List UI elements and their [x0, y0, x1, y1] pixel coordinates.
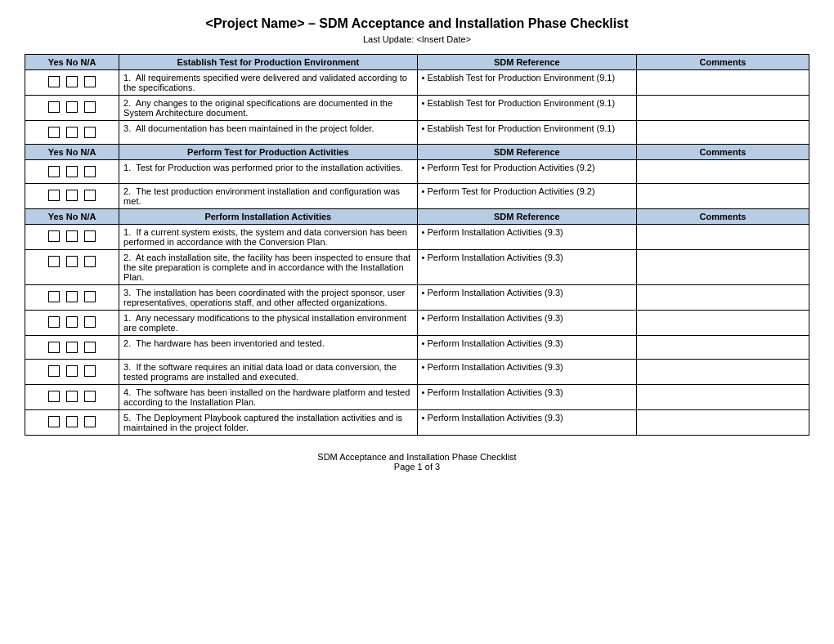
- na-checkbox[interactable]: [84, 256, 96, 267]
- sdm-ref: Perform Installation Activities (9.3): [417, 285, 637, 311]
- no-checkbox[interactable]: [66, 316, 78, 328]
- sdm-ref: Perform Installation Activities (9.3): [417, 385, 637, 410]
- checkbox-cell: [25, 225, 119, 250]
- task-desc: 3. The installation has been coordinated…: [119, 285, 417, 311]
- comments-cell: [637, 285, 809, 311]
- table-row: 5. The Deployment Playbook captured the …: [25, 410, 809, 436]
- no-checkbox[interactable]: [66, 166, 78, 177]
- na-checkbox[interactable]: [84, 127, 96, 138]
- yes-checkbox[interactable]: [48, 256, 60, 267]
- page-title: <Project Name> – SDM Acceptance and Inst…: [25, 16, 809, 31]
- checkbox-cell: [25, 385, 119, 410]
- checkbox-cell: [25, 250, 119, 285]
- footer-line2: Page 1 of 3: [25, 462, 809, 472]
- col-sdm-header: SDM Reference: [417, 55, 637, 70]
- comments-cell: [637, 70, 809, 96]
- yes-checkbox[interactable]: [48, 76, 60, 87]
- no-checkbox[interactable]: [66, 190, 78, 201]
- checkbox-cell: [25, 184, 119, 209]
- comments-cell: [637, 385, 809, 410]
- comments-cell: [637, 360, 809, 385]
- table-row: 3. If the software requires an initial d…: [25, 360, 809, 385]
- yes-checkbox[interactable]: [48, 166, 60, 177]
- checkbox-cell: [25, 160, 119, 184]
- table-row: 1. Test for Production was performed pri…: [25, 160, 809, 184]
- yes-checkbox[interactable]: [48, 127, 60, 138]
- yes-checkbox[interactable]: [48, 230, 60, 242]
- table-row: 4. The software has been installed on th…: [25, 385, 809, 410]
- task-desc: 1. Any necessary modifications to the ph…: [119, 311, 417, 336]
- na-checkbox[interactable]: [84, 76, 96, 87]
- task-desc: 2. The test production environment insta…: [119, 184, 417, 209]
- table-row: 1. If a current system exists, the syste…: [25, 225, 809, 250]
- no-checkbox[interactable]: [66, 127, 78, 138]
- checkbox-cell: [25, 311, 119, 336]
- checkbox-cell: [25, 96, 119, 121]
- section3-yes-no-na: Yes No N/A: [25, 209, 119, 225]
- yes-checkbox[interactable]: [48, 190, 60, 201]
- yes-checkbox[interactable]: [48, 291, 60, 302]
- no-checkbox[interactable]: [66, 76, 78, 87]
- checkbox-cell: [25, 70, 119, 96]
- task-desc: 2. The hardware has been inventoried and…: [119, 336, 417, 360]
- task-desc: 5. The Deployment Playbook captured the …: [119, 410, 417, 436]
- table-row: 1. Any necessary modifications to the ph…: [25, 311, 809, 336]
- checkbox-cell: [25, 285, 119, 311]
- task-desc: 2. Any changes to the original specifica…: [119, 96, 417, 121]
- section2-yes-no-na: Yes No N/A: [25, 145, 119, 160]
- na-checkbox[interactable]: [84, 365, 96, 377]
- na-checkbox[interactable]: [84, 230, 96, 242]
- task-desc: 1. If a current system exists, the syste…: [119, 225, 417, 250]
- checkbox-cell: [25, 360, 119, 385]
- no-checkbox[interactable]: [66, 391, 78, 402]
- table-row: 2. At each installation site, the facili…: [25, 250, 809, 285]
- task-desc: 1. All requirements specified were deliv…: [119, 70, 417, 96]
- page-subtitle: Last Update: <Insert Date>: [25, 34, 809, 44]
- table-row: 2. The test production environment insta…: [25, 184, 809, 209]
- section2-header-row: Yes No N/A Perform Test for Production A…: [25, 145, 809, 160]
- comments-cell: [637, 311, 809, 336]
- table-row: 2. Any changes to the original specifica…: [25, 96, 809, 121]
- no-checkbox[interactable]: [66, 365, 78, 377]
- section3-title: Perform Installation Activities: [119, 209, 417, 225]
- na-checkbox[interactable]: [84, 342, 96, 353]
- comments-cell: [637, 121, 809, 145]
- section3-header-row: Yes No N/A Perform Installation Activiti…: [25, 209, 809, 225]
- table-row: 1. All requirements specified were deliv…: [25, 70, 809, 96]
- sdm-ref: Establish Test for Production Environmen…: [417, 96, 637, 121]
- yes-checkbox[interactable]: [48, 365, 60, 377]
- table-header-row: Yes No N/A Establish Test for Production…: [25, 55, 809, 70]
- na-checkbox[interactable]: [84, 190, 96, 201]
- no-checkbox[interactable]: [66, 342, 78, 353]
- na-checkbox[interactable]: [84, 316, 96, 328]
- task-desc: 2. At each installation site, the facili…: [119, 250, 417, 285]
- col-comments-header: Comments: [637, 55, 809, 70]
- yes-checkbox[interactable]: [48, 416, 60, 427]
- no-checkbox[interactable]: [66, 256, 78, 267]
- no-checkbox[interactable]: [66, 416, 78, 427]
- sdm-ref: Perform Installation Activities (9.3): [417, 225, 637, 250]
- sdm-ref: Perform Installation Activities (9.3): [417, 410, 637, 436]
- comments-cell: [637, 184, 809, 209]
- yes-checkbox[interactable]: [48, 342, 60, 353]
- yes-checkbox[interactable]: [48, 391, 60, 402]
- checklist-table: Yes No N/A Establish Test for Production…: [25, 54, 809, 436]
- checkbox-cell: [25, 410, 119, 436]
- na-checkbox[interactable]: [84, 291, 96, 302]
- sdm-ref: Perform Installation Activities (9.3): [417, 336, 637, 360]
- sdm-ref: Perform Installation Activities (9.3): [417, 360, 637, 385]
- na-checkbox[interactable]: [84, 166, 96, 177]
- na-checkbox[interactable]: [84, 416, 96, 427]
- na-checkbox[interactable]: [84, 391, 96, 402]
- section2-title: Perform Test for Production Activities: [119, 145, 417, 160]
- na-checkbox[interactable]: [84, 101, 96, 113]
- yes-checkbox[interactable]: [48, 316, 60, 328]
- yes-checkbox[interactable]: [48, 101, 60, 113]
- no-checkbox[interactable]: [66, 101, 78, 113]
- no-checkbox[interactable]: [66, 291, 78, 302]
- task-desc: 3. If the software requires an initial d…: [119, 360, 417, 385]
- comments-cell: [637, 410, 809, 436]
- no-checkbox[interactable]: [66, 230, 78, 242]
- checkbox-cell: [25, 336, 119, 360]
- task-desc: 1. Test for Production was performed pri…: [119, 160, 417, 184]
